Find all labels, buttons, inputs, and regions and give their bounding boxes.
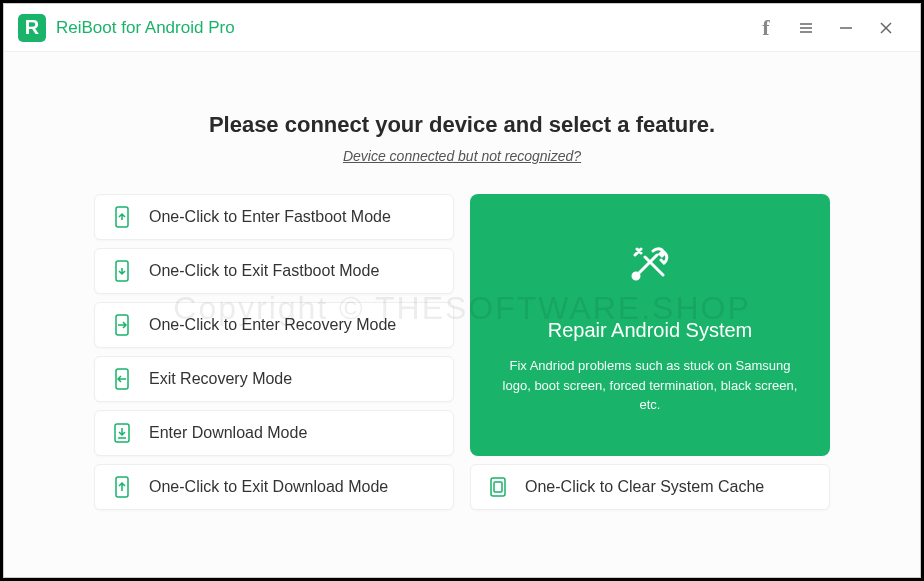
option-label: Exit Recovery Mode: [149, 370, 292, 388]
close-icon: [878, 20, 894, 36]
menu-button[interactable]: [786, 4, 826, 52]
exit-fastboot-button[interactable]: One-Click to Exit Fastboot Mode: [94, 248, 454, 294]
hamburger-icon: [798, 20, 814, 36]
facebook-icon[interactable]: f: [746, 4, 786, 52]
option-label: One-Click to Enter Recovery Mode: [149, 316, 396, 334]
option-label: Enter Download Mode: [149, 424, 307, 442]
exit-recovery-button[interactable]: Exit Recovery Mode: [94, 356, 454, 402]
repair-card-title: Repair Android System: [548, 319, 753, 342]
titlebar: R ReiBoot for Android Pro f: [4, 4, 920, 52]
phone-arrow-out-icon: [111, 368, 133, 390]
options-column: One-Click to Enter Fastboot Mode One-Cli…: [94, 194, 454, 510]
app-title: ReiBoot for Android Pro: [56, 18, 235, 38]
option-label: One-Click to Enter Fastboot Mode: [149, 208, 391, 226]
svg-point-12: [633, 273, 639, 279]
svg-rect-14: [494, 482, 502, 492]
exit-download-button[interactable]: One-Click to Exit Download Mode: [94, 464, 454, 510]
main-content: Please connect your device and select a …: [4, 52, 920, 577]
repair-card-description: Fix Andriod problems such as stuck on Sa…: [498, 356, 802, 415]
device-help-link[interactable]: Device connected but not recognized?: [94, 148, 830, 164]
app-logo-icon: R: [18, 14, 46, 42]
minimize-button[interactable]: [826, 4, 866, 52]
right-column: Repair Android System Fix Andriod proble…: [470, 194, 830, 510]
tools-icon: [623, 235, 677, 293]
enter-recovery-button[interactable]: One-Click to Enter Recovery Mode: [94, 302, 454, 348]
enter-fastboot-button[interactable]: One-Click to Enter Fastboot Mode: [94, 194, 454, 240]
app-window: R ReiBoot for Android Pro f Please conne…: [3, 3, 921, 578]
clear-cache-button[interactable]: One-Click to Clear System Cache: [470, 464, 830, 510]
svg-rect-13: [491, 478, 505, 496]
phone-down-icon: [111, 260, 133, 282]
minimize-icon: [838, 20, 854, 36]
feature-grid: One-Click to Enter Fastboot Mode One-Cli…: [94, 194, 830, 510]
close-button[interactable]: [866, 4, 906, 52]
phone-arrow-in-icon: [111, 314, 133, 336]
option-label: One-Click to Exit Fastboot Mode: [149, 262, 379, 280]
repair-system-card[interactable]: Repair Android System Fix Andriod proble…: [470, 194, 830, 456]
download-icon: [111, 422, 133, 444]
cache-icon: [487, 476, 509, 498]
main-heading: Please connect your device and select a …: [94, 112, 830, 138]
phone-up-alt-icon: [111, 476, 133, 498]
option-label: One-Click to Clear System Cache: [525, 478, 764, 496]
option-label: One-Click to Exit Download Mode: [149, 478, 388, 496]
enter-download-button[interactable]: Enter Download Mode: [94, 410, 454, 456]
phone-up-icon: [111, 206, 133, 228]
